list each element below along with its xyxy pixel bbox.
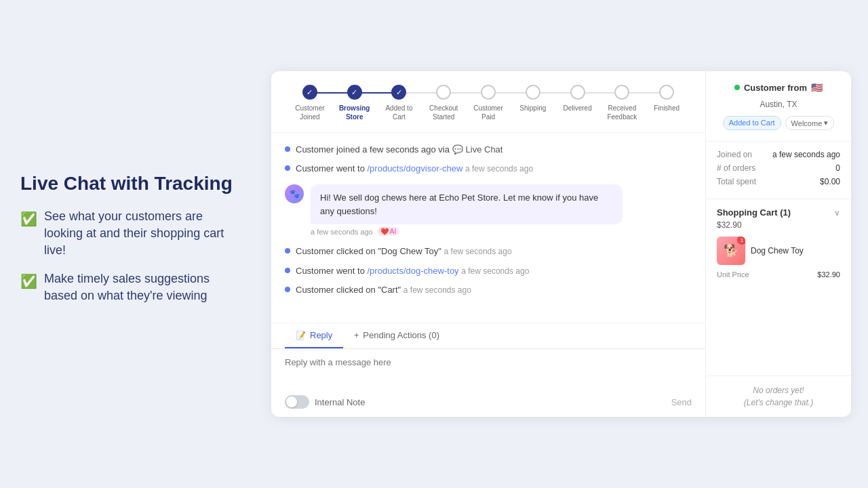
step-circle-9 [659, 85, 674, 100]
activity-time-4: a few seconds ago [461, 266, 529, 276]
no-orders-text: No orders yet! (Let's change that.) [717, 384, 840, 409]
right-sidebar: Customer from 🇺🇸 Austin, TX Added to Car… [705, 71, 851, 417]
main-panel: ✓ CustomerJoined ✓ BrowsingStore ✓ Added… [264, 0, 868, 488]
activity-dot-5 [285, 287, 290, 292]
tag-container: Added to Cart Welcome ▾ [717, 116, 840, 130]
cart-title: Shopping Cart (1) [717, 207, 791, 218]
left-panel: Live Chat with Tracking ✅ See what your … [0, 146, 264, 342]
tab-pending[interactable]: + Pending Actions (0) [343, 323, 450, 348]
reply-input[interactable] [285, 357, 692, 382]
toggle-container: Internal Note [285, 395, 365, 409]
activity-text-navigate-2: Customer went to /products/dog-chew-toy … [296, 265, 692, 277]
feature-text-1: See what your customers are looking at a… [44, 208, 237, 260]
activity-dot-2 [285, 165, 290, 171]
step-customer-joined: ✓ CustomerJoined [288, 85, 332, 121]
step-label-5: CustomerPaid [473, 104, 502, 121]
sidebar-header: Customer from 🇺🇸 Austin, TX Added to Car… [706, 71, 851, 142]
activity-text-navigate-1: Customer went to /products/dogvisor-chew… [296, 163, 692, 175]
flag-icon: 🇺🇸 [811, 82, 823, 93]
step-added-to-cart: ✓ Added toCart [377, 85, 422, 121]
cart-item-image: 🐕 1 [717, 237, 745, 265]
tag-added-to-cart: Added to Cart [723, 116, 781, 130]
step-label-4: CheckoutStarted [429, 104, 458, 121]
tag-welcome[interactable]: Welcome ▾ [785, 116, 835, 130]
chat-window: ✓ CustomerJoined ✓ BrowsingStore ✓ Added… [271, 71, 851, 417]
dog-toy-emoji: 🐕 [724, 243, 738, 258]
cart-item-quantity-badge: 1 [737, 237, 745, 245]
step-customer-paid: CustomerPaid [466, 85, 511, 121]
message-time: a few seconds ago [311, 228, 373, 236]
online-indicator [734, 85, 740, 90]
activity-link-2[interactable]: /products/dog-chew-toy [368, 266, 459, 276]
send-button[interactable]: Send [671, 397, 692, 407]
step-shipping: Shipping [511, 85, 555, 113]
ai-badge: ❤️ AI [377, 227, 399, 236]
activity-text-joined: Customer joined a few seconds ago via 💬 … [296, 144, 692, 156]
step-delivered: Delivered [555, 85, 600, 113]
bottom-bar: Internal Note Send [271, 390, 705, 417]
step-finished: Finished [644, 85, 689, 113]
stat-orders-label: # of orders [717, 163, 755, 173]
hero-title: Live Chat with Tracking [20, 173, 237, 195]
activity-text-click-1: Customer clicked on "Dog Chew Toy" a few… [296, 245, 692, 258]
tab-reply[interactable]: 📝 Reply [285, 323, 343, 348]
step-browsing-store: ✓ BrowsingStore [332, 85, 377, 121]
activity-time-1: a few seconds ago [465, 164, 533, 174]
reply-tabs: 📝 Reply + Pending Actions (0) [271, 323, 705, 349]
toggle-label: Internal Note [315, 397, 365, 407]
stat-orders: # of orders 0 [717, 163, 840, 173]
agent-avatar: 🐾 [285, 184, 304, 203]
step-circle-2: ✓ [347, 85, 362, 100]
step-checkout-started: CheckoutStarted [421, 85, 466, 121]
activity-dot-3 [285, 248, 290, 253]
cart-item-name: Dog Chew Toy [751, 246, 804, 256]
step-circle-3: ✓ [391, 85, 406, 100]
chat-messages[interactable]: Customer joined a few seconds ago via 💬 … [271, 133, 705, 323]
step-label-6: Shipping [519, 104, 546, 113]
feature-text-2: Make timely sales suggestions based on w… [44, 270, 237, 304]
cart-item-1: 🐕 1 Dog Chew Toy [717, 237, 840, 265]
steps-container: ✓ CustomerJoined ✓ BrowsingStore ✓ Added… [288, 85, 689, 121]
stat-orders-value: 0 [835, 163, 840, 173]
internal-note-toggle[interactable] [285, 395, 309, 409]
activity-time-3: a few seconds ago [444, 247, 512, 256]
chevron-down-icon: ▾ [824, 119, 828, 127]
agent-message-content: Hi! We sell dog chews here at Echo Pet S… [311, 184, 623, 236]
live-chat-label: Live Chat [466, 144, 503, 156]
customer-location: Customer from 🇺🇸 [717, 82, 840, 93]
message-bubble: Hi! We sell dog chews here at Echo Pet S… [311, 184, 623, 224]
step-circle-6 [526, 85, 540, 100]
activity-link-1[interactable]: /products/dogvisor-chew [368, 163, 463, 174]
chat-bubble-icon: 💬 [452, 144, 463, 156]
cart-item-details: Unit Price $32.90 [717, 270, 840, 279]
chat-main: ✓ CustomerJoined ✓ BrowsingStore ✓ Added… [271, 71, 705, 417]
step-label-3: Added toCart [385, 104, 412, 121]
toggle-knob [286, 396, 297, 407]
step-circle-7 [570, 85, 585, 100]
stat-joined: Joined on a few seconds ago [717, 150, 840, 159]
activity-click-1: Customer clicked on "Dog Chew Toy" a few… [285, 245, 692, 258]
step-circle-4 [436, 85, 451, 100]
activity-time-5: a few seconds ago [403, 285, 471, 295]
unit-price-value: $32.90 [817, 270, 840, 279]
activity-navigate-1: Customer went to /products/dogvisor-chew… [285, 163, 692, 175]
live-chat-badge: 💬 Live Chat [452, 144, 503, 156]
cart-header: Shopping Cart (1) ∨ [717, 207, 840, 218]
activity-dot-4 [285, 268, 290, 273]
feature-item-2: ✅ Make timely sales suggestions based on… [20, 270, 237, 304]
sidebar-stats: Joined on a few seconds ago # of orders … [706, 142, 851, 199]
step-label-9: Finished [654, 104, 679, 113]
shopping-cart-section: Shopping Cart (1) ∨ $32.90 🐕 1 Dog Chew … [706, 199, 851, 376]
orders-section: No orders yet! (Let's change that.) [706, 376, 851, 417]
step-circle-1: ✓ [302, 85, 317, 100]
cart-expand-icon[interactable]: ∨ [834, 208, 840, 218]
activity-dot-1 [285, 146, 290, 152]
stat-joined-value: a few seconds ago [772, 150, 840, 159]
progress-bar: ✓ CustomerJoined ✓ BrowsingStore ✓ Added… [271, 71, 705, 133]
reply-icon: 📝 [296, 331, 306, 340]
feature-list: ✅ See what your customers are looking at… [20, 208, 237, 304]
step-circle-8 [614, 85, 629, 100]
activity-joined: Customer joined a few seconds ago via 💬 … [285, 144, 692, 156]
tab-reply-label: Reply [310, 330, 332, 340]
activity-text-click-2: Customer clicked on "Cart" a few seconds… [296, 284, 692, 296]
